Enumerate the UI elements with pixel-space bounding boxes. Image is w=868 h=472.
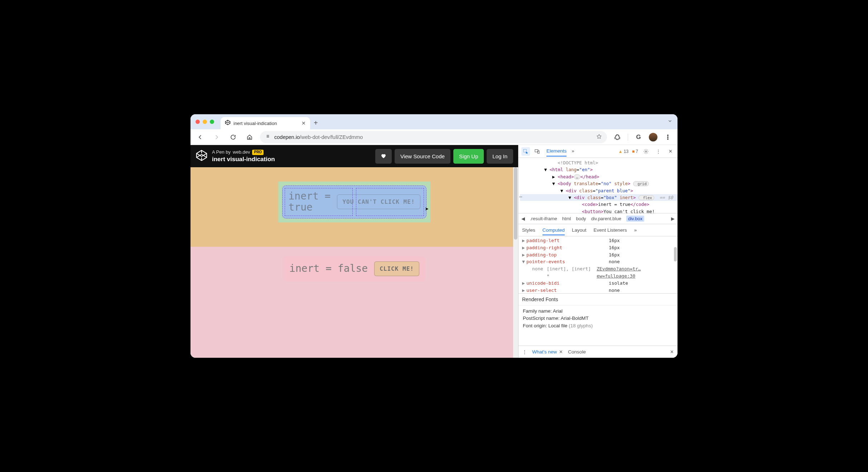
bc-scroll-left-icon[interactable]: ◀ [521, 216, 525, 221]
inert-box: inert = true YOU CAN'T CLICK ME! ➤ [282, 186, 426, 218]
active-code-text: inert = false [289, 263, 368, 274]
content-area: A Pen by web.dev PRO inert visual-indica… [191, 145, 677, 358]
new-tab-button[interactable]: + [314, 119, 318, 127]
dom-head[interactable]: ▶ <head>…</head> [520, 173, 677, 180]
computed-row[interactable]: ▶padding-right16px [522, 244, 674, 251]
home-button[interactable] [243, 131, 256, 143]
browser-menu-icon[interactable] [662, 131, 674, 143]
font-ps: Arial-BoldMT [561, 316, 589, 321]
browser-tab[interactable]: inert visual-indication ✕ [221, 117, 310, 129]
rendered-fonts: Family name: Arial PostScript name: Aria… [519, 305, 677, 333]
svg-point-6 [645, 151, 647, 152]
window-zoom-icon[interactable] [210, 120, 214, 124]
pro-badge: PRO [252, 150, 264, 155]
drawer-close-icon[interactable]: ✕ [670, 349, 674, 355]
computed-scrollbar[interactable] [674, 247, 677, 261]
bc-item[interactable]: body [576, 216, 586, 221]
heart-button[interactable] [375, 149, 392, 164]
back-button[interactable] [194, 131, 206, 143]
subtab-computed[interactable]: Computed [542, 227, 565, 235]
extensions-icon[interactable] [611, 131, 623, 143]
dom-button[interactable]: <button>You can't click me! [520, 208, 677, 213]
byline-author[interactable]: web.dev [233, 149, 250, 155]
url-host: codepen.io [274, 134, 300, 140]
drawer-tab-console[interactable]: Console [568, 349, 586, 355]
devtools-close-icon[interactable]: ✕ [666, 147, 675, 156]
computed-row[interactable]: ▶padding-top16px [522, 251, 674, 259]
close-icon[interactable]: ✕ [559, 349, 563, 355]
tab-strip: inert visual-indication ✕ + [191, 114, 677, 129]
codepen-byline: A Pen by web.dev PRO [212, 149, 275, 155]
issues-errors[interactable]: ■7 [632, 149, 638, 154]
google-account-icon[interactable]: G [632, 131, 645, 143]
log-in-button[interactable]: Log In [487, 149, 513, 164]
font-family: Arial [553, 308, 563, 314]
tab-close-icon[interactable]: ✕ [302, 120, 306, 126]
issues-warnings[interactable]: ▲13 [618, 149, 628, 154]
font-ps-label: PostScript name: [523, 316, 561, 321]
panel-pink: inert = false CLICK ME! [191, 247, 518, 358]
tab-overflow-icon[interactable]: » [572, 146, 574, 156]
dom-body[interactable]: ▼ <body translate="no" style> grid [520, 180, 677, 187]
codepen-actions: View Source Code Sign Up Log In [375, 149, 513, 164]
active-button[interactable]: CLICK ME! [374, 261, 419, 276]
bc-item-selected[interactable]: div.box [626, 216, 644, 222]
inert-code-text: inert = true [288, 191, 331, 213]
inspect-element-icon[interactable] [521, 147, 530, 156]
tab-overflow-icon[interactable] [667, 119, 672, 125]
dom-box-selected[interactable]: ▼ <div class="box" inert> flex == $0 [520, 194, 677, 201]
dom-breadcrumb[interactable]: ◀ .result-iframe html body div.parent.bl… [519, 213, 677, 224]
computed-row[interactable]: ▶user-selectnone [522, 287, 674, 294]
font-origin: Local file [548, 323, 569, 328]
devtools-panel: Elements » ▲13 ■7 ⋮ ✕ <!DOCTYPE html> ▼ … [518, 145, 677, 358]
bookmark-icon[interactable] [596, 134, 602, 140]
devtools-menu-icon[interactable]: ⋮ [654, 147, 662, 156]
svg-point-2 [667, 139, 668, 139]
computed-panel[interactable]: ▶padding-left16px▶padding-right16px▶padd… [519, 236, 677, 294]
window-close-icon[interactable] [196, 120, 200, 124]
reload-button[interactable] [227, 131, 239, 143]
computed-subrow: none[inert], [inert] *ZEvdmmo?anon=tr…ew… [522, 265, 674, 280]
dom-html[interactable]: ▼ <html lang="en"> [520, 166, 677, 173]
site-info-icon[interactable] [265, 134, 271, 140]
dom-ellipsis-icon[interactable]: ⋯ [519, 193, 522, 201]
device-toggle-icon[interactable] [533, 147, 541, 156]
result-iframe: inert = true YOU CAN'T CLICK ME! ➤ inert… [191, 167, 518, 358]
tab-elements[interactable]: Elements [546, 146, 566, 156]
tab-title: inert visual-indication [233, 121, 299, 126]
font-family-label: Family name: [523, 308, 553, 314]
cursor-icon: ➤ [425, 205, 429, 213]
profile-avatar[interactable] [649, 133, 657, 141]
bc-item[interactable]: html [562, 216, 571, 221]
bc-item[interactable]: div.parent.blue [591, 216, 621, 221]
devtools-highlight-overlay: inert = true YOU CAN'T CLICK ME! ➤ [278, 182, 430, 222]
dom-parent[interactable]: ▼ <div class="parent blue"> [520, 187, 677, 194]
window-minimize-icon[interactable] [203, 120, 207, 124]
dom-code[interactable]: <code>inert = true</code> [520, 201, 677, 208]
address-bar[interactable]: codepen.io/web-dot-dev/full/ZEvdmmo [260, 131, 607, 143]
computed-row[interactable]: ▼pointer-eventsnone [522, 258, 674, 265]
computed-row[interactable]: ▶padding-left16px [522, 237, 674, 244]
font-glyphs: (18 glyphs) [569, 323, 593, 328]
inert-button: YOU CAN'T CLICK ME! [337, 194, 420, 209]
codepen-logo-icon[interactable] [196, 149, 208, 163]
page-scrollbar[interactable] [513, 167, 518, 358]
svg-point-0 [667, 135, 668, 135]
bc-item[interactable]: .result-iframe [530, 216, 557, 221]
subtab-overflow-icon[interactable]: » [634, 227, 637, 233]
drawer-menu-icon[interactable]: ⋮ [522, 349, 527, 355]
dom-tree[interactable]: <!DOCTYPE html> ▼ <html lang="en"> ▶ <he… [519, 158, 677, 213]
forward-button[interactable] [211, 131, 223, 143]
rendered-fonts-header: Rendered Fonts [519, 294, 677, 305]
subtab-event-listeners[interactable]: Event Listeners [594, 227, 627, 233]
drawer-tab-whatsnew[interactable]: What's new ✕ [532, 349, 563, 355]
view-source-button[interactable]: View Source Code [395, 149, 450, 164]
pen-title: inert visual-indication [212, 155, 275, 163]
computed-row[interactable]: ▶unicode-bidiisolate [522, 280, 674, 287]
bc-scroll-right-icon[interactable]: ▶ [671, 216, 675, 221]
subtab-layout[interactable]: Layout [572, 227, 587, 233]
dom-doctype: <!DOCTYPE html> [520, 159, 677, 166]
sign-up-button[interactable]: Sign Up [453, 149, 484, 164]
subtab-styles[interactable]: Styles [522, 227, 535, 233]
devtools-settings-icon[interactable] [642, 147, 650, 156]
